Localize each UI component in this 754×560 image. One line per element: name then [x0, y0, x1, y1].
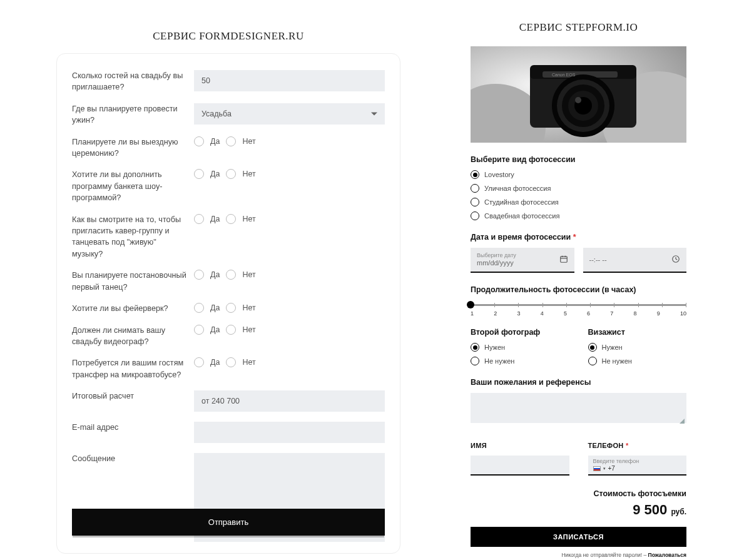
- ceremony-no-radio[interactable]: [226, 136, 236, 146]
- row-ceremony: Планируете ли вы выездную церемонию? Да …: [72, 136, 385, 160]
- second-photographer-label: Второй фотограф: [471, 328, 569, 337]
- radio-icon: [471, 170, 479, 179]
- camera-illustration-icon: Canon EOS: [471, 46, 686, 143]
- hero-camera-image: Canon EOS: [471, 46, 686, 143]
- phone-label: ТЕЛЕФОН *: [588, 442, 687, 449]
- show-no-radio[interactable]: [226, 169, 236, 179]
- video-yes-radio[interactable]: [194, 325, 204, 335]
- stepform-card: Canon EOS Выберите вид фотосессии Lovest…: [471, 46, 686, 558]
- svg-point-12: [575, 97, 581, 103]
- video-label: Должен ли снимать вашу свадьбу видеограф…: [72, 325, 194, 348]
- row-dinner: Где вы планируете провести ужин? Усадьба: [72, 103, 385, 126]
- slider-ticks: 12345678910: [471, 310, 686, 317]
- phototype-option-lovestory[interactable]: Lovestory: [471, 170, 686, 179]
- date-input[interactable]: Выберите дату mm/dd/yyyy: [471, 248, 574, 273]
- transfer-label: Потребуется ли вашим гостям трансфер на …: [72, 357, 194, 380]
- ceremony-label: Планируете ли вы выездную церемонию?: [72, 136, 194, 160]
- row-transfer: Потребуется ли вашим гостям трансфер на …: [72, 357, 385, 380]
- submit-button[interactable]: Отправить: [72, 509, 385, 536]
- email-label: E-mail адрес: [72, 422, 194, 433]
- makeup-need-radio[interactable]: Нужен: [588, 343, 687, 352]
- transfer-yes-radio[interactable]: [194, 357, 204, 367]
- cover-no-radio[interactable]: [226, 214, 236, 224]
- price-title: Стоимость фотосъемки: [471, 489, 686, 498]
- fineprint: Никогда не отправляйте пароли! – Пожалов…: [471, 552, 686, 558]
- radio-icon: [471, 184, 479, 193]
- phototype-options: Lovestory Уличная фотосессия Студийная ф…: [471, 170, 686, 220]
- email-input[interactable]: [194, 422, 385, 443]
- guests-label: Сколько гостей на свадьбу вы приглашаете…: [72, 70, 194, 93]
- row-email: E-mail адрес: [72, 422, 385, 443]
- formdesigner-card: Сколько гостей на свадьбу вы приглашаете…: [56, 53, 400, 554]
- phone-input[interactable]: Введите телефон ▾ +7: [588, 456, 687, 476]
- row-video: Должен ли снимать вашу свадьбу видеограф…: [72, 325, 385, 348]
- row-total: Итоговый расчет: [72, 390, 385, 412]
- no-label: Нет: [242, 137, 255, 146]
- signup-button[interactable]: ЗАПИСАТЬСЯ: [471, 527, 686, 547]
- row-guests: Сколько гостей на свадьбу вы приглашаете…: [72, 70, 385, 93]
- show-label: Хотите ли вы дополнить программу банкета…: [72, 169, 194, 203]
- makeup-label: Визажист: [588, 328, 687, 337]
- slider-handle[interactable]: [467, 301, 474, 308]
- phototype-label: Выберите вид фотосессии: [471, 155, 686, 164]
- row-fireworks: Хотите ли вы фейерверк? Да Нет: [72, 303, 385, 314]
- right-service-heading: СЕРВИС STEPFORM.IO: [471, 21, 686, 34]
- duration-slider[interactable]: 12345678910: [471, 300, 686, 317]
- complain-link[interactable]: Пожаловаться: [648, 552, 686, 558]
- radio-icon: [471, 198, 479, 206]
- wishes-textarea[interactable]: [471, 393, 686, 423]
- name-input[interactable]: [471, 456, 569, 476]
- dance-label: Вы планируете постановочный первый танец…: [72, 270, 194, 293]
- guests-input[interactable]: [194, 70, 385, 91]
- svg-rect-14: [560, 257, 567, 262]
- svg-text:Canon  EOS: Canon EOS: [552, 73, 576, 77]
- datetime-label: Дата и время фотосессии *: [471, 233, 686, 242]
- total-label: Итоговый расчет: [72, 390, 194, 402]
- dinner-select[interactable]: Усадьба: [194, 103, 385, 125]
- radio-icon: [471, 343, 479, 352]
- row-dance: Вы планируете постановочный первый танец…: [72, 270, 385, 293]
- svg-line-20: [676, 259, 677, 260]
- message-label: Сообщение: [72, 453, 194, 464]
- second-notneed-radio[interactable]: Не нужен: [471, 357, 569, 365]
- radio-icon: [471, 211, 479, 220]
- cover-yes-radio[interactable]: [194, 214, 204, 224]
- phototype-option-studio[interactable]: Студийная фотосессия: [471, 198, 686, 206]
- left-service-heading: СЕРВИС FORMDESIGNER.RU: [56, 30, 400, 43]
- makeup-notneed-radio[interactable]: Не нужен: [588, 357, 687, 365]
- radio-icon: [471, 357, 479, 365]
- phototype-option-street[interactable]: Уличная фотосессия: [471, 184, 686, 193]
- ru-flag-icon: [593, 466, 601, 471]
- calendar-icon: [559, 255, 568, 265]
- fireworks-no-radio[interactable]: [226, 303, 236, 313]
- cover-label: Как вы смотрите на то, чтобы пригласить …: [72, 214, 194, 260]
- clock-icon: [671, 255, 680, 265]
- dance-yes-radio[interactable]: [194, 270, 204, 280]
- dinner-label: Где вы планируете провести ужин?: [72, 103, 194, 126]
- dance-no-radio[interactable]: [226, 270, 236, 280]
- time-input[interactable]: --:-- --: [583, 248, 687, 273]
- total-input: [194, 390, 385, 412]
- fireworks-label: Хотите ли вы фейерверк?: [72, 303, 194, 314]
- radio-icon: [588, 343, 597, 352]
- ceremony-yes-radio[interactable]: [194, 136, 204, 146]
- radio-icon: [588, 357, 597, 365]
- wishes-label: Ваши пожелания и референсы: [471, 378, 686, 387]
- phototype-option-wedding[interactable]: Свадебная фотосессия: [471, 211, 686, 220]
- yes-label: Да: [210, 137, 220, 146]
- name-label: ИМЯ: [471, 442, 569, 449]
- show-yes-radio[interactable]: [194, 169, 204, 179]
- dinner-select-wrap[interactable]: Усадьба: [194, 103, 385, 125]
- transfer-no-radio[interactable]: [226, 357, 236, 367]
- duration-label: Продолжительность фотосессии (в часах): [471, 285, 686, 294]
- fireworks-yes-radio[interactable]: [194, 303, 204, 313]
- video-no-radio[interactable]: [226, 325, 236, 335]
- price-value: 9 500 руб.: [471, 502, 686, 518]
- row-cover: Как вы смотрите на то, чтобы пригласить …: [72, 214, 385, 260]
- chevron-down-icon[interactable]: ▾: [603, 466, 606, 471]
- second-need-radio[interactable]: Нужен: [471, 343, 569, 352]
- row-show: Хотите ли вы дополнить программу банкета…: [72, 169, 385, 203]
